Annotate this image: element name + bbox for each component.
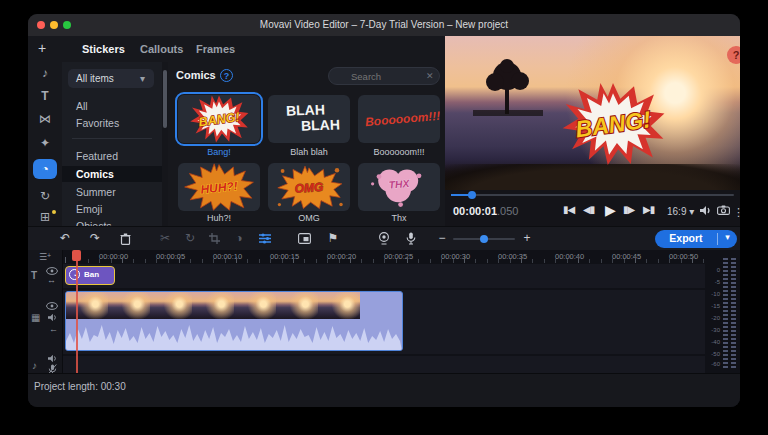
add-media-button[interactable]: +	[38, 40, 46, 56]
volume-icon[interactable]	[699, 205, 712, 216]
zoom-out-icon[interactable]: −	[433, 231, 451, 245]
category-favorites[interactable]: Favorites	[62, 115, 162, 131]
crop-icon[interactable]	[209, 233, 220, 244]
video-thumbnail	[234, 292, 276, 319]
skip-end-button[interactable]: ▶▮	[643, 204, 654, 215]
video-track-icon: ▦	[31, 312, 40, 323]
rotate-icon[interactable]: ↻	[181, 231, 199, 245]
sticker-clip[interactable]: ◔ Ban	[65, 266, 115, 285]
sticker-tile-thx[interactable]: THX	[358, 163, 440, 211]
tab-callouts[interactable]: Callouts	[140, 43, 183, 55]
undo-button[interactable]: ↶	[56, 231, 74, 245]
sticker-track-lane[interactable]	[62, 264, 705, 288]
video-clip[interactable]	[65, 291, 403, 351]
status-bar: Project length: 00:30	[28, 373, 740, 407]
webcam-icon[interactable]	[378, 232, 390, 245]
collection-help-icon[interactable]: ?	[220, 69, 233, 82]
track-headers: ☰+ T ↔ ▦ ← ♪	[28, 250, 63, 373]
omg-sticker-art: OMG	[268, 163, 350, 211]
chevron-down-icon: ▾	[140, 69, 145, 88]
split-scissors-icon[interactable]: ✂	[156, 231, 174, 245]
video-thumbnail	[108, 292, 150, 319]
audio-waveform	[66, 319, 402, 351]
step-back-button[interactable]: ◀▮	[583, 204, 594, 215]
playhead-line[interactable]	[76, 250, 78, 373]
sticker-label: OMG	[268, 213, 350, 223]
title-track-link-icon[interactable]: ↔	[47, 275, 56, 285]
transitions-icon[interactable]: ⋈	[28, 112, 62, 126]
sticker-label: Huh?!	[178, 213, 260, 223]
meter-bar-right	[731, 258, 736, 370]
category-scrollbar[interactable]	[163, 70, 167, 128]
category-featured[interactable]: Featured	[62, 148, 162, 164]
sticker-label: Boooooom!!!	[358, 147, 440, 157]
sticker-label: Blah blah	[268, 147, 350, 157]
aspect-ratio-dropdown[interactable]: 16:9 ▾	[667, 206, 694, 217]
sticker-tile-bang[interactable]: BANG!	[178, 95, 260, 143]
tool-sidebar: ♪ T ⋈ ✦ ◔ ↻ ⊞	[28, 62, 62, 226]
project-length-label: Project length: 00:30	[34, 381, 126, 392]
export-button[interactable]: Export ▾	[655, 230, 737, 248]
items-filter-dropdown[interactable]: All items ▾	[68, 69, 154, 88]
timecode-ms: .050	[497, 205, 518, 217]
video-track-audio-icon[interactable]	[47, 313, 58, 322]
redo-button[interactable]: ↷	[86, 231, 104, 245]
video-track-arrow-icon[interactable]: ←	[49, 324, 58, 334]
timeline-toolbar: ↶ ↷ ✂ ↻ ◑ ⚑	[28, 226, 740, 251]
ruler-major-ticks	[65, 257, 705, 263]
sticker-tile-blahblah[interactable]: BLAH BLAH	[268, 95, 350, 143]
bang-sticker-overlay[interactable]: BANG!	[557, 82, 669, 166]
effects-icon[interactable]: ✦	[28, 136, 62, 150]
category-emoji[interactable]: Emoji	[62, 201, 162, 217]
timeline-zoom-handle[interactable]	[480, 235, 488, 243]
zoom-in-icon[interactable]: +	[518, 231, 536, 245]
tab-stickers[interactable]: Stickers	[82, 43, 125, 55]
snapshot-camera-icon[interactable]	[717, 205, 730, 215]
sticker-tile-boom[interactable]: Boooooom!!!	[358, 95, 440, 143]
delete-icon[interactable]	[120, 233, 131, 245]
more-options-icon[interactable]: ⋮	[733, 206, 740, 219]
category-objects[interactable]: Objects	[62, 218, 162, 226]
sticker-tile-huh[interactable]: HUH?!	[178, 163, 260, 211]
audio-icon[interactable]: ♪	[28, 66, 62, 80]
playhead-handle[interactable]	[72, 250, 81, 261]
tab-frames[interactable]: Frames	[196, 43, 235, 55]
search-clear-icon[interactable]: ✕	[426, 71, 434, 81]
items-filter-value: All items	[76, 69, 114, 88]
search-input[interactable]	[328, 67, 440, 85]
linked-audio-clip[interactable]	[66, 319, 402, 351]
overlay-pip-icon[interactable]	[298, 233, 311, 244]
audio-track-lane[interactable]	[62, 356, 705, 373]
category-all[interactable]: All	[62, 98, 162, 114]
thx-sticker-art: THX	[358, 163, 440, 211]
shore-foreground	[445, 164, 740, 190]
category-summer[interactable]: Summer	[62, 184, 162, 200]
sticker-tile-omg[interactable]: OMG	[268, 163, 350, 211]
more-tools-icon[interactable]: ⊞	[28, 210, 62, 224]
microphone-icon[interactable]	[406, 232, 416, 245]
add-track-icon[interactable]: ☰+	[28, 252, 62, 262]
seek-bar[interactable]	[451, 194, 734, 196]
export-options-chevron-icon[interactable]: ▾	[719, 232, 736, 242]
app-window: Movavi Video Editor – 7-Day Trial Versio…	[28, 14, 740, 407]
marker-flag-icon[interactable]: ⚑	[324, 231, 342, 245]
tree-silhouette	[473, 58, 543, 116]
video-track-visibility-icon[interactable]	[46, 302, 58, 310]
color-adjust-icon[interactable]: ◑	[230, 231, 248, 245]
category-panel: All items ▾ All Favorites Featured Comic…	[62, 62, 162, 226]
step-forward-button[interactable]: ▮▶	[623, 204, 634, 215]
animation-icon[interactable]: ↻	[28, 189, 62, 203]
skip-start-button[interactable]: ▮◀	[563, 204, 574, 215]
titles-icon[interactable]: T	[28, 89, 62, 103]
help-button[interactable]: ?	[727, 46, 740, 64]
clip-properties-icon[interactable]	[259, 233, 271, 244]
play-button[interactable]: ▶	[605, 202, 615, 218]
stickers-icon[interactable]: ◔	[33, 159, 57, 179]
svg-text:OMG: OMG	[294, 180, 324, 196]
category-comics[interactable]: Comics	[62, 166, 162, 182]
title-track-visibility-icon[interactable]	[46, 267, 58, 275]
meter-bar-left	[723, 258, 728, 370]
audio-track-volume-icon[interactable]	[47, 354, 58, 363]
video-preview[interactable]: BANG! ?	[445, 36, 740, 190]
seek-handle[interactable]	[468, 191, 476, 199]
